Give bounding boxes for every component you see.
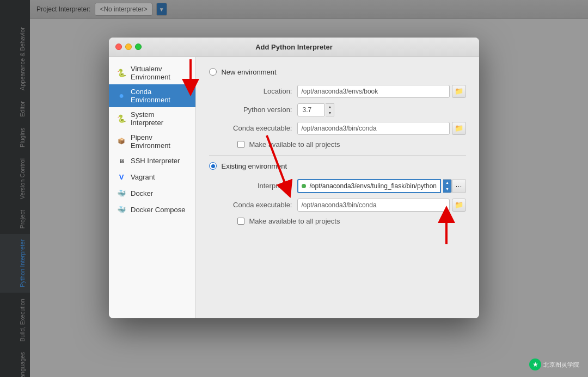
virtualenv-icon: 🐍 [117,68,126,78]
interp-spinner-down[interactable]: ▼ [443,186,451,193]
interpreter-status-dot [302,184,306,188]
folder-icon-3: 📁 [455,201,463,209]
docker-compose-icon: 🐳 [117,205,126,215]
existing-env-make-available-label: Make available to all projects [249,217,340,225]
spinner-down[interactable]: ▼ [326,110,334,116]
modal-overlay: Add Python Interpreter 🐍 Virtualenv Envi… [0,0,588,377]
spinner-up[interactable]: ▲ [326,104,334,110]
modal-sidebar: 🐍 Virtualenv Environment ● Conda Environ… [109,57,196,318]
sidebar-item-conda[interactable]: ● Conda Environment [109,84,195,107]
location-row: Location: /opt/anaconda3/envs/book 📁 [209,85,466,98]
conda-exec-row: Conda executable: /opt/anaconda3/bin/con… [209,122,466,135]
close-button[interactable] [115,44,122,50]
watermark: ★ 北京图灵学院 [529,359,579,370]
python-version-label: Python version: [221,106,297,114]
watermark-star: ★ [532,361,538,368]
new-env-radio-option[interactable]: New environment [209,68,466,76]
watermark-text: 北京图灵学院 [543,361,579,369]
python-version-row: Python version: 3.7 ▲ ▼ [209,103,466,116]
watermark-icon: ★ [529,359,541,370]
location-browse-button[interactable]: 📁 [452,85,466,98]
sidebar-item-system[interactable]: 🐍 System Interpreter [109,107,195,130]
interpreter-input[interactable]: /opt/anaconda3/envs/tuling_flask/bin/pyt… [297,179,441,193]
folder-icon: 📁 [455,87,463,95]
interpreter-dots-button[interactable]: ··· [452,179,466,193]
dots-icon: ··· [456,183,462,189]
python-version-input[interactable]: 3.7 [297,103,324,116]
interpreter-spinner[interactable]: ▲ ▼ [443,179,452,193]
existing-env-radio-option[interactable]: Existing environment [209,162,466,170]
add-interpreter-modal: Add Python Interpreter 🐍 Virtualenv Envi… [109,38,479,318]
conda-icon: ● [117,91,126,101]
conda-exec-browse-button[interactable]: 📁 [452,122,466,135]
existing-env-label: Existing environment [221,162,287,170]
location-label: Location: [221,87,297,95]
ssh-icon: 🖥 [117,156,126,166]
conda-exec-input[interactable]: /opt/anaconda3/bin/conda [297,122,450,135]
existing-env-radio[interactable] [209,162,217,170]
folder-icon-2: 📁 [455,124,463,132]
sidebar-item-ssh[interactable]: 🖥 SSH Interpreter [109,153,195,169]
python-version-spinner[interactable]: ▲ ▼ [326,103,334,116]
modal-body: 🐍 Virtualenv Environment ● Conda Environ… [109,57,479,318]
new-env-label: New environment [221,68,276,76]
existing-env-make-available-checkbox[interactable] [237,218,244,225]
python-version-input-wrap: 3.7 ▲ ▼ [297,103,334,116]
new-env-make-available-row: Make available to all projects [209,140,466,149]
interpreter-label: Interpreter: [221,182,297,190]
sidebar-item-pipenv[interactable]: 📦 Pipenv Environment [109,130,195,153]
sidebar-item-virtualenv[interactable]: 🐍 Virtualenv Environment [109,61,195,84]
interpreter-row: Interpreter: /opt/anaconda3/envs/tuling_… [209,179,466,193]
interpreter-input-wrap: /opt/anaconda3/envs/tuling_flask/bin/pyt… [297,179,452,193]
new-env-make-available-checkbox[interactable] [237,141,244,148]
new-env-section: New environment [209,68,466,76]
existing-env-section: Existing environment [209,162,466,170]
new-env-radio[interactable] [209,68,217,76]
vagrant-icon: V [117,172,126,182]
pipenv-icon: 📦 [117,137,126,146]
sidebar-item-docker[interactable]: 🐳 Docker [109,186,195,202]
modal-titlebar: Add Python Interpreter [109,38,479,57]
new-env-make-available-label: Make available to all projects [249,140,340,149]
existing-conda-browse-button[interactable]: 📁 [452,199,466,212]
system-icon: 🐍 [117,114,126,123]
interp-spinner-up[interactable]: ▲ [443,180,451,186]
docker-icon: 🐳 [117,189,126,199]
conda-exec-label: Conda executable: [221,124,297,132]
modal-title: Add Python Interpreter [255,43,333,51]
existing-conda-exec-row: Conda executable: /opt/anaconda3/bin/con… [209,199,466,212]
modal-content: New environment Location: /opt/anaconda3… [196,57,479,318]
section-divider [209,155,466,156]
minimize-button[interactable] [125,44,132,50]
window-controls [115,44,142,50]
sidebar-item-vagrant[interactable]: V Vagrant [109,169,195,186]
maximize-button[interactable] [135,44,142,50]
existing-conda-exec-input[interactable]: /opt/anaconda3/bin/conda [297,199,450,212]
location-input[interactable]: /opt/anaconda3/envs/book [297,85,450,98]
outer-window: Appearance & Behavior Editor Plugins Ver… [0,0,588,377]
existing-env-make-available-row: Make available to all projects [209,217,466,225]
sidebar-item-docker-compose[interactable]: 🐳 Docker Compose [109,202,195,218]
existing-conda-exec-label: Conda executable: [221,201,297,209]
